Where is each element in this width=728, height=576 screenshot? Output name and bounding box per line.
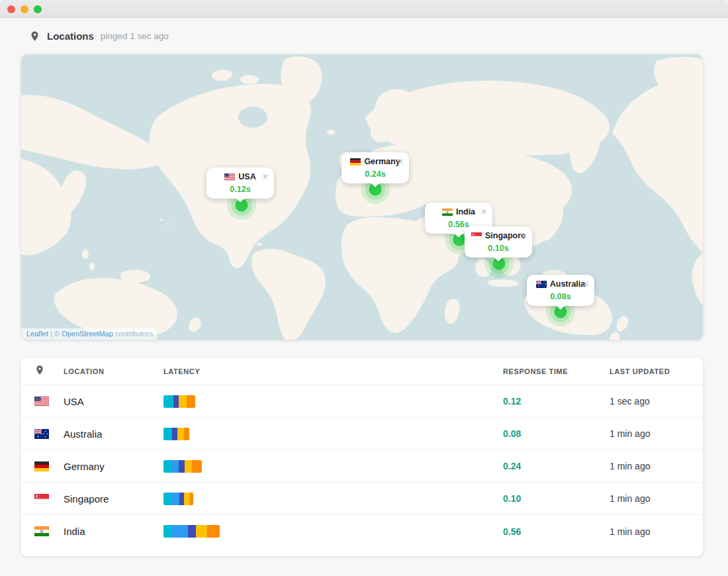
world-map[interactable]: USA ✕ 0.12s Germany ✕ 0.24s India ✕	[21, 54, 703, 340]
latency-segment	[196, 525, 207, 538]
latency-segment	[177, 428, 184, 440]
cell-location: Singapore	[64, 493, 163, 504]
table-row: Australia 0.08 1 min ago	[21, 418, 703, 450]
cell-last-updated: 1 min ago	[610, 428, 703, 439]
minimize-button[interactable]	[21, 5, 28, 13]
latency-segment	[172, 428, 177, 440]
flag-au-icon	[536, 281, 547, 288]
cell-last-updated: 1 sec ago	[610, 396, 703, 407]
column-header-response-time: RESPONSE TIME	[503, 367, 610, 375]
attribution-separator: | ©	[48, 330, 62, 338]
column-header-location: LOCATION	[64, 367, 163, 375]
latency-segment	[171, 525, 188, 538]
latency-segment	[171, 493, 179, 505]
cell-response-time: 0.08	[503, 428, 610, 439]
table-row: Singapore 0.10 1 min ago	[21, 483, 703, 515]
leaflet-link[interactable]: Leaflet	[26, 330, 48, 338]
map-pin-icon	[34, 365, 64, 378]
popup-close-icon[interactable]: ✕	[582, 280, 589, 288]
flag-au-icon	[34, 429, 64, 439]
latency-segment	[163, 428, 172, 440]
latency-segment	[188, 525, 196, 538]
popup-response-time: 0.24s	[345, 169, 405, 179]
cell-last-updated: 1 min ago	[610, 461, 703, 471]
popup-response-time: 0.12s	[210, 185, 270, 194]
latency-bar	[163, 525, 220, 538]
popup-close-icon[interactable]: ✕	[520, 232, 527, 240]
map-popup-usa: USA ✕ 0.12s	[206, 168, 274, 199]
openstreetmap-link[interactable]: OpenStreetMap	[62, 330, 113, 338]
latency-segment	[190, 493, 193, 505]
flag-de-icon	[350, 158, 361, 166]
page-title: Locations	[47, 30, 94, 42]
cell-location: India	[64, 526, 163, 537]
latency-segment	[173, 395, 179, 408]
cell-location: Australia	[64, 428, 163, 440]
flag-us-icon	[224, 173, 235, 181]
flag-sg-icon	[34, 494, 64, 504]
latency-bar	[163, 460, 202, 473]
flag-in-icon	[34, 526, 64, 536]
map-popup-australia: Australia ✕ 0.08s	[527, 275, 594, 306]
world-map-svg	[21, 54, 703, 340]
popup-location-label: India	[456, 208, 475, 217]
latency-segment	[184, 493, 190, 505]
popup-location-label: Australia	[550, 280, 586, 289]
zoom-button[interactable]	[34, 5, 42, 13]
latency-segment	[172, 460, 179, 473]
traffic-lights	[7, 5, 42, 13]
map-pin-icon	[29, 30, 40, 42]
latency-segment	[179, 395, 187, 408]
latency-segment	[185, 460, 192, 473]
cell-location: USA	[64, 396, 163, 407]
popup-close-icon[interactable]: ✕	[262, 173, 269, 181]
cell-response-time: 0.24	[503, 461, 610, 471]
map-attribution: Leaflet | © OpenStreetMap contributors	[21, 328, 157, 340]
map-popup-germany: Germany ✕ 0.24s	[341, 152, 409, 183]
latency-segment	[184, 428, 189, 440]
popup-response-time: 0.08s	[531, 292, 590, 301]
latency-segment	[192, 460, 202, 473]
close-button[interactable]	[7, 5, 15, 13]
latency-segment	[163, 460, 172, 473]
column-header-latency: LATENCY	[163, 367, 503, 375]
flag-us-icon	[34, 397, 64, 407]
popup-location-label: USA	[238, 173, 255, 182]
flag-sg-icon	[471, 232, 482, 240]
window-titlebar	[0, 0, 728, 18]
table-row: USA 0.12 1 sec ago	[21, 385, 703, 418]
flag-de-icon	[34, 461, 64, 471]
latency-segment	[163, 525, 171, 538]
popup-close-icon[interactable]: ✕	[397, 158, 404, 166]
cell-response-time: 0.10	[503, 493, 610, 504]
latency-segment	[207, 525, 220, 538]
latency-bar	[163, 493, 193, 505]
app-header: Locations pinged 1 sec ago	[0, 19, 728, 53]
cell-last-updated: 1 min ago	[610, 526, 703, 537]
latency-segment	[179, 460, 185, 473]
flag-in-icon	[442, 209, 453, 216]
cell-last-updated: 1 min ago	[610, 493, 703, 504]
attribution-suffix: contributors	[113, 330, 154, 338]
popup-location-label: Singapore	[485, 232, 525, 241]
locations-table: LOCATION LATENCY RESPONSE TIME LAST UPDA…	[21, 358, 703, 556]
latency-segment	[163, 395, 173, 408]
cell-location: Germany	[64, 461, 163, 472]
page-subtitle: pinged 1 sec ago	[101, 31, 169, 41]
column-header-last-updated: LAST UPDATED	[610, 367, 703, 375]
latency-bar	[163, 395, 195, 408]
cell-response-time: 0.12	[503, 396, 610, 407]
latency-bar	[163, 428, 189, 440]
latency-segment	[187, 395, 195, 408]
cell-response-time: 0.56	[503, 526, 610, 537]
latency-segment	[163, 493, 171, 505]
popup-location-label: Germany	[364, 158, 400, 167]
popup-close-icon[interactable]: ✕	[480, 208, 487, 216]
table-row: Germany 0.24 1 min ago	[21, 450, 703, 483]
map-popup-singapore: Singapore ✕ 0.10s	[465, 226, 532, 258]
table-header-row: LOCATION LATENCY RESPONSE TIME LAST UPDA…	[21, 358, 703, 385]
popup-response-time: 0.10s	[469, 244, 528, 253]
table-row: India 0.56 1 min ago	[21, 515, 703, 548]
latency-segment	[179, 493, 184, 505]
